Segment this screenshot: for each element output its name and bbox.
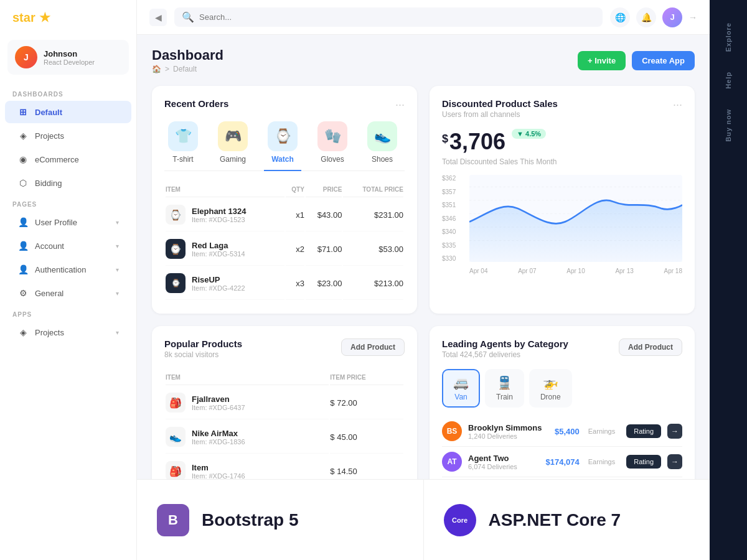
item-total: $213.00 [343, 267, 403, 300]
tab-train[interactable]: 🚆 Train [485, 369, 524, 408]
tab-tshirt[interactable]: 👕 T-shirt [164, 121, 202, 171]
item-id: Item: #XDG-5314 [192, 250, 245, 258]
item-qty: x2 [286, 233, 304, 266]
chevron-down-icon: ▾ [116, 266, 119, 273]
item-id: Item: #XDG-4222 [192, 284, 245, 292]
agent-deliveries: 6,074 Deliveries [468, 463, 517, 470]
tab-gloves[interactable]: 🧤 Gloves [314, 121, 351, 171]
item-total: $231.00 [343, 198, 403, 231]
right-panel-help[interactable]: Help [720, 62, 737, 99]
x-label: Apr 10 [566, 268, 585, 274]
item-name: Nike AirMax [192, 429, 245, 438]
invite-button[interactable]: + Invite [578, 51, 626, 70]
sidebar-item-projects[interactable]: ◈ Projects [5, 124, 131, 147]
sidebar-item-ecommerce[interactable]: ◉ eCommerce [5, 148, 131, 170]
tab-gaming[interactable]: 🎮 Gaming [214, 121, 251, 171]
table-row: ⌚ Elephant 1324 Item: #XDG-1523 x1 $43.0… [166, 198, 403, 231]
col-item: ITEM [166, 182, 284, 197]
add-product-button[interactable]: Add Product [341, 338, 405, 356]
van-icon: 🚐 [453, 375, 469, 390]
recent-orders-card: Recent Orders ··· 👕 T-shirt 🎮 Gaming ⌚ [152, 86, 417, 314]
settings-icon: ⚙ [17, 287, 29, 299]
right-panel-explore[interactable]: Explore [720, 12, 737, 62]
user-role: React Developer [44, 58, 95, 66]
item-cell: ⌚ Elephant 1324 Item: #XDG-1523 [166, 205, 284, 225]
breadcrumb: 🏠 > Default [152, 65, 223, 73]
rating-button[interactable]: Rating [626, 424, 661, 438]
sidebar-item-account[interactable]: 👤 Account ▾ [5, 235, 131, 257]
table-row: 👟 Nike AirMax Item: #XDG-1836 $ 45.00 [166, 421, 403, 454]
notification-icon[interactable]: 🔔 [636, 7, 656, 27]
gaming-tab-icon: 🎮 [218, 121, 248, 151]
discount-label: Total Discounted Sales This Month [442, 157, 682, 166]
main-area: ◀ 🔍 🌐 🔔 J → Dashboard 🏠 > Default [137, 0, 710, 560]
collapse-sidebar-button[interactable]: ◀ [149, 9, 167, 26]
col-item: ITEM [166, 370, 329, 385]
agent-name: Brooklyn Simmons [468, 423, 542, 432]
sidebar-item-user-profile[interactable]: 👤 User Profile ▾ [5, 211, 131, 233]
item-cell: ⌚ RiseUP Item: #XDG-4222 [166, 273, 284, 293]
tab-shoes[interactable]: 👟 Shoes [364, 121, 401, 171]
shoes-tab-icon: 👟 [367, 121, 397, 151]
create-app-button[interactable]: Create App [632, 51, 695, 70]
aspnet-overlay: Core ASP.NET Core 7 [423, 479, 710, 560]
tab-watch[interactable]: ⌚ Watch [264, 121, 301, 171]
item-name: Red Laga [192, 241, 245, 250]
tab-drone[interactable]: 🚁 Drone [529, 369, 572, 408]
gaming-tab-label: Gaming [220, 155, 246, 164]
y-label: $330 [442, 255, 456, 262]
order-table: ITEM QTY PRICE TOTAL PRICE ⌚ [164, 181, 405, 301]
y-label: $351 [442, 202, 456, 208]
item-name: Item [192, 463, 245, 472]
user-avatar[interactable]: J [662, 7, 682, 27]
search-input[interactable] [199, 12, 595, 22]
right-panel-buynow[interactable]: Buy now [720, 99, 737, 152]
item-icon: ⌚ [166, 239, 186, 259]
watch-tab-label: Watch [271, 155, 294, 164]
item-price: $ 72.00 [330, 386, 403, 419]
sidebar-item-bidding[interactable]: ⬡ Bidding [5, 172, 131, 194]
arrow-icon: → [688, 12, 697, 22]
globe-icon[interactable]: 🌐 [610, 7, 630, 27]
leading-agents-subtitle: Total 424,567 deliveries [442, 350, 568, 359]
col-price: PRICE [306, 182, 342, 197]
overlay-strip: B Bootstrap 5 Core ASP.NET Core 7 [137, 479, 710, 560]
arrow-button[interactable]: → [667, 454, 682, 469]
currency-symbol: $ [442, 133, 448, 146]
item-icon: ⌚ [166, 205, 186, 225]
sidebar-item-label: eCommerce [35, 155, 79, 164]
breadcrumb-current: Default [173, 65, 197, 73]
dashboards-section-label: DASHBOARDS [0, 85, 136, 100]
projects-icon: ◈ [17, 130, 29, 141]
item-icon: 🎒 [166, 393, 186, 413]
tab-van[interactable]: 🚐 Van [442, 369, 480, 408]
aspnet-logo: Core [444, 504, 476, 536]
search-bar[interactable]: 🔍 [174, 7, 603, 27]
arrow-button[interactable]: → [667, 424, 682, 439]
sidebar-item-authentication[interactable]: 👤 Authentication ▾ [5, 258, 131, 281]
breadcrumb-sep: > [165, 65, 169, 73]
sidebar-item-label: Projects [35, 328, 64, 337]
card-menu-icon[interactable]: ··· [395, 98, 405, 111]
sidebar-item-label: Bidding [35, 179, 62, 188]
item-cell: 👟 Nike AirMax Item: #XDG-1836 [166, 427, 329, 447]
sidebar-item-label: Account [35, 241, 64, 251]
col-price: ITEM PRICE [330, 370, 403, 385]
sidebar-item-default[interactable]: ⊞ Default [5, 101, 131, 123]
rating-button[interactable]: Rating [626, 455, 661, 469]
x-label: Apr 18 [664, 268, 682, 274]
sidebar-item-general[interactable]: ⚙ General ▾ [5, 282, 131, 304]
item-qty: x1 [286, 198, 304, 231]
item-id: Item: #XDG-1523 [192, 216, 246, 223]
tab-label: Train [496, 393, 513, 401]
discounted-sales-card: Discounted Product Sales Users from all … [430, 86, 695, 314]
item-price: $23.00 [306, 267, 342, 300]
user-profile-card[interactable]: J Johnson React Developer [7, 40, 129, 75]
tab-label: Drone [540, 393, 561, 401]
train-icon: 🚆 [497, 375, 512, 390]
sidebar-item-projects-app[interactable]: ◈ Projects ▾ [5, 321, 131, 343]
chevron-down-icon: ▾ [116, 243, 119, 250]
add-product-button-2[interactable]: Add Product [619, 338, 682, 356]
discount-amount: $ 3,706 ▼ 4.5% [442, 129, 682, 155]
card-menu-icon[interactable]: ··· [673, 98, 682, 111]
